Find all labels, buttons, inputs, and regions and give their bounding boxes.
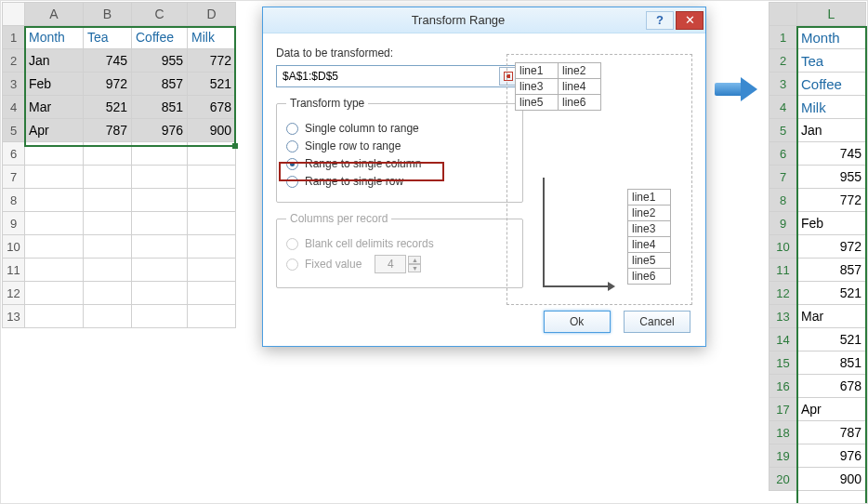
row-header-7[interactable]: 7 <box>3 166 25 189</box>
col-header-A[interactable]: A <box>25 3 84 26</box>
row-header-19[interactable]: 19 <box>769 444 797 468</box>
row-header-3[interactable]: 3 <box>3 73 25 96</box>
option-range-to-single-column[interactable]: Range to single column <box>286 157 513 170</box>
cpr-legend: Columns per record <box>286 212 391 225</box>
cell-L3[interactable]: Coffee <box>797 73 866 96</box>
row-header-12[interactable]: 12 <box>769 282 797 305</box>
row-header-13[interactable]: 13 <box>769 305 797 328</box>
cell-B5[interactable]: 787 <box>84 119 132 142</box>
cell-A2[interactable]: Jan <box>25 49 84 73</box>
cell-L7[interactable]: 955 <box>797 166 866 189</box>
cell-D1[interactable]: Milk <box>188 26 236 49</box>
row-header-6[interactable]: 6 <box>3 142 25 166</box>
source-grid[interactable]: A B C D 1 Month Tea Coffee Milk 2 Jan 74… <box>2 2 236 328</box>
row-header-11[interactable]: 11 <box>769 259 797 282</box>
cell-L20[interactable]: 900 <box>797 468 866 491</box>
cell-B2[interactable]: 745 <box>84 49 132 73</box>
row-header-13[interactable]: 13 <box>3 305 25 328</box>
row-header-10[interactable]: 10 <box>769 235 797 259</box>
radio-icon <box>286 158 298 170</box>
help-button[interactable]: ? <box>646 11 674 30</box>
option-single-column-to-range[interactable]: Single column to range <box>286 122 513 135</box>
option-fixed-value: Fixed value ▲▼ <box>286 255 513 273</box>
option-single-row-to-range[interactable]: Single row to range <box>286 139 513 153</box>
cell-A1[interactable]: Month <box>25 26 84 49</box>
cell-C2[interactable]: 955 <box>132 49 188 73</box>
cell-D5[interactable]: 900 <box>188 119 236 142</box>
cell-D3[interactable]: 521 <box>188 73 236 96</box>
cell-L16[interactable]: 678 <box>797 375 866 398</box>
cell-L15[interactable]: 851 <box>797 351 866 375</box>
row-header-3[interactable]: 3 <box>769 73 797 96</box>
row-header-8[interactable]: 8 <box>3 189 25 212</box>
cancel-button[interactable]: Cancel <box>624 311 690 333</box>
cell[interactable] <box>25 142 84 166</box>
row-header-15[interactable]: 15 <box>769 351 797 375</box>
row-header-18[interactable]: 18 <box>769 421 797 444</box>
row-header-12[interactable]: 12 <box>3 282 25 305</box>
row-header-1[interactable]: 1 <box>769 26 797 49</box>
radio-icon <box>286 259 298 271</box>
cell-L6[interactable]: 745 <box>797 142 866 166</box>
row-header-8[interactable]: 8 <box>769 189 797 212</box>
close-button[interactable]: ✕ <box>676 11 704 30</box>
cell-L5[interactable]: Jan <box>797 119 866 142</box>
cell-L8[interactable]: 772 <box>797 189 866 212</box>
data-range-input[interactable] <box>276 65 519 87</box>
row-header-7[interactable]: 7 <box>769 166 797 189</box>
cell-L14[interactable]: 521 <box>797 328 866 351</box>
dialog-titlebar[interactable]: Transform Range ? ✕ <box>263 7 705 33</box>
row-header-2[interactable]: 2 <box>769 49 797 73</box>
row-header-17[interactable]: 17 <box>769 398 797 421</box>
cell-B4[interactable]: 521 <box>84 96 132 119</box>
cell-L2[interactable]: Tea <box>797 49 866 73</box>
row-header-4[interactable]: 4 <box>769 96 797 119</box>
row-header-16[interactable]: 16 <box>769 375 797 398</box>
cell-A5[interactable]: Apr <box>25 119 84 142</box>
row-header-14[interactable]: 14 <box>769 328 797 351</box>
cell-L10[interactable]: 972 <box>797 235 866 259</box>
row-header-1[interactable]: 1 <box>3 26 25 49</box>
cell-L9[interactable]: Feb <box>797 212 866 235</box>
cell-L11[interactable]: 857 <box>797 259 866 282</box>
cell-C4[interactable]: 851 <box>132 96 188 119</box>
row-header-9[interactable]: 9 <box>3 212 25 235</box>
col-header-D[interactable]: D <box>188 3 236 26</box>
cell-C1[interactable]: Coffee <box>132 26 188 49</box>
cell-L17[interactable]: Apr <box>797 398 866 421</box>
col-header-B[interactable]: B <box>84 3 132 26</box>
fixed-value-spinner: ▲▼ <box>375 255 421 273</box>
cell-L4[interactable]: Milk <box>797 96 866 119</box>
result-arrow-icon <box>715 77 759 101</box>
cell-D2[interactable]: 772 <box>188 49 236 73</box>
cell-B3[interactable]: 972 <box>84 73 132 96</box>
row-header-20[interactable]: 20 <box>769 468 797 491</box>
cell-L19[interactable]: 976 <box>797 444 866 468</box>
radio-icon <box>286 123 298 135</box>
cell-D4[interactable]: 678 <box>188 96 236 119</box>
row-header-11[interactable]: 11 <box>3 259 25 282</box>
cell-C3[interactable]: 857 <box>132 73 188 96</box>
cell-L13[interactable]: Mar <box>797 305 866 328</box>
select-all-corner[interactable] <box>769 3 797 26</box>
option-range-to-single-row[interactable]: Range to single row <box>286 175 513 188</box>
cell-A3[interactable]: Feb <box>25 73 84 96</box>
cell-L18[interactable]: 787 <box>797 421 866 444</box>
ok-button[interactable]: Ok <box>544 311 611 333</box>
col-header-C[interactable]: C <box>132 3 188 26</box>
row-header-9[interactable]: 9 <box>769 212 797 235</box>
row-header-6[interactable]: 6 <box>769 142 797 166</box>
cell-A4[interactable]: Mar <box>25 96 84 119</box>
row-header-4[interactable]: 4 <box>3 96 25 119</box>
row-header-2[interactable]: 2 <box>3 49 25 73</box>
select-all-corner[interactable] <box>3 3 25 26</box>
result-grid[interactable]: L 1Month2Tea3Coffee4Milk5Jan674579558772… <box>769 2 866 491</box>
row-header-5[interactable]: 5 <box>3 119 25 142</box>
col-header-L[interactable]: L <box>797 3 866 26</box>
cell-L1[interactable]: Month <box>797 26 866 49</box>
row-header-10[interactable]: 10 <box>3 235 25 259</box>
row-header-5[interactable]: 5 <box>769 119 797 142</box>
cell-L12[interactable]: 521 <box>797 282 866 305</box>
cell-C5[interactable]: 976 <box>132 119 188 142</box>
cell-B1[interactable]: Tea <box>84 26 132 49</box>
